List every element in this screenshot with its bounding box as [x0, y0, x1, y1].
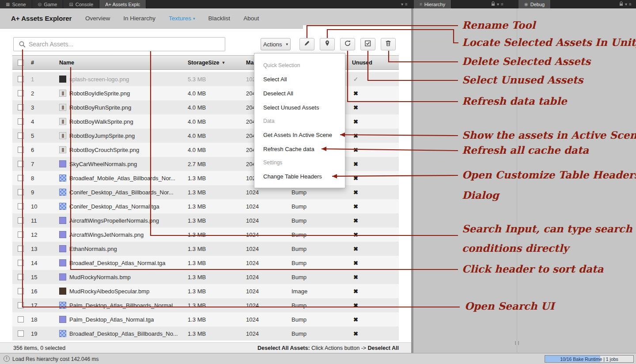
asset-name: Conifer_Desktop_Atlas_Billboards_Nor... — [69, 189, 174, 196]
nav-item-overview[interactable]: Overview — [85, 15, 110, 22]
tab-console[interactable]: ▤Console — [63, 0, 99, 8]
column-header-storagesize[interactable]: StorageSize▼ — [188, 56, 225, 69]
table-row[interactable]: 11AircraftWingsPropellerNormals.png1.3 M… — [12, 213, 399, 228]
checkbox-icon — [364, 40, 371, 49]
table-row[interactable]: 10Conifer_Desktop_Atlas_Normal.tga1.3 MB… — [12, 199, 399, 213]
menu-select-all[interactable]: Select All — [254, 72, 345, 86]
row-checkbox[interactable] — [18, 161, 24, 167]
row-checkbox[interactable] — [18, 76, 24, 82]
location-pin-icon — [324, 40, 331, 49]
menu-select-unused-assets[interactable]: Select Unused Assets — [254, 100, 345, 114]
row-checkbox[interactable] — [18, 133, 24, 139]
rename-tool-button[interactable] — [299, 38, 314, 50]
console-icon: ▤ — [69, 2, 73, 7]
row-checkbox[interactable] — [18, 316, 24, 322]
search-input[interactable] — [13, 37, 225, 51]
column-header-unused[interactable]: Unused — [352, 56, 372, 69]
chevron-down-icon: ▾ — [286, 42, 288, 46]
debug-panel-options-cluster[interactable]: ▾≡ — [619, 0, 632, 8]
table-row[interactable]: 12AircraftWingsJetNormals.png1.3 MB1024B… — [12, 228, 399, 242]
cell-name: Broadleaf_Desktop_Atlas_Billboards_No... — [59, 326, 185, 341]
row-checkbox[interactable] — [18, 203, 24, 209]
row-checkbox[interactable] — [18, 246, 24, 252]
table-row[interactable]: 18Palm_Desktop_Atlas_Normal.tga1.3 MB102… — [12, 312, 399, 326]
row-checkbox[interactable] — [18, 231, 24, 238]
cell-storagesize: 1.3 MB — [188, 242, 206, 256]
row-checkbox[interactable] — [18, 189, 24, 195]
hamburger-menu-icon: ≡ — [501, 2, 504, 7]
asset-name: RobotBoyJumpSprite.png — [69, 133, 135, 139]
refresh-table-button[interactable] — [340, 38, 355, 50]
asset-thumbnail — [59, 104, 66, 111]
cell-format: Bump — [292, 213, 307, 228]
table-row[interactable]: 16MudRockyAlbedoSpecular.bmp1.3 MB1024Im… — [12, 284, 399, 298]
select-all-checkbox[interactable] — [18, 60, 24, 66]
x-icon: ✖ — [353, 228, 358, 242]
cell-storagesize: 1.3 MB — [188, 256, 206, 270]
row-checkbox[interactable] — [18, 260, 24, 266]
cell-maxsize: 1024 — [246, 326, 259, 341]
table-row[interactable]: 19Broadleaf_Desktop_Atlas_Billboards_No.… — [12, 326, 399, 341]
column-header-num[interactable]: # — [31, 56, 34, 69]
tab-debug[interactable]: ◉Debug — [519, 0, 551, 8]
column-header-storagesize-label: StorageSize — [188, 60, 220, 66]
asset-thumbnail — [59, 160, 66, 167]
nav-item-blacklist[interactable]: Blacklist — [208, 15, 231, 22]
table-row[interactable]: 15MudRockyNormals.bmp1.3 MB1024Bump✖ — [12, 270, 399, 284]
cell-name: AircraftWingsPropellerNormals.png — [59, 213, 185, 228]
row-checkbox[interactable] — [18, 302, 24, 308]
row-checkbox[interactable] — [18, 118, 24, 125]
cell-name: EthanNormals.png — [59, 242, 185, 256]
x-icon: ✖ — [353, 129, 358, 143]
panel-divider[interactable] — [517, 8, 517, 353]
bake-progress[interactable]: 10/16 Bake Runtime | 1 jobs — [545, 355, 634, 363]
cell-format: Image — [292, 284, 307, 298]
row-checkbox[interactable] — [18, 288, 24, 294]
menu-refresh-cache-data[interactable]: Refresh Cache data — [254, 142, 345, 156]
tab-a-assets-explc[interactable]: A+ Assets Explc — [99, 0, 146, 8]
actions-button[interactable]: Actions ▾ — [261, 38, 291, 50]
sort-desc-icon: ▼ — [222, 61, 226, 65]
select-unused-button[interactable] — [360, 38, 375, 50]
column-header-maxsize[interactable]: Ma — [246, 56, 254, 69]
cell-num: 6 — [31, 143, 34, 157]
tab-hierarchy[interactable]: ≡Hierarchy — [414, 0, 451, 8]
locate-assets-button[interactable] — [320, 38, 335, 50]
nav-item-about[interactable]: About — [243, 15, 259, 22]
cell-storagesize: 1.3 MB — [188, 298, 206, 312]
row-checkbox[interactable] — [18, 175, 24, 181]
hierarchy-panel-options-cluster[interactable]: ▾≡ — [491, 0, 504, 8]
panel-resize-grip[interactable] — [515, 341, 519, 345]
row-checkbox[interactable] — [18, 90, 24, 96]
lock-icon — [619, 1, 623, 7]
delete-assets-button[interactable] — [381, 38, 396, 50]
x-icon: ✖ — [353, 256, 358, 270]
info-icon[interactable]: ! — [4, 356, 10, 362]
menu-change-table-headers[interactable]: Change Table Headers — [254, 169, 345, 183]
window-splitter[interactable] — [411, 8, 413, 353]
cell-num: 4 — [31, 114, 34, 129]
table-row[interactable]: 13EthanNormals.png1.3 MB1024Bump✖ — [12, 242, 399, 256]
search-icon[interactable] — [19, 41, 26, 48]
nav-item-in-hierarchy[interactable]: In Hierarchy — [123, 15, 155, 22]
table-row[interactable]: 14Broadleaf_Desktop_Atlas_Normal.tga1.3 … — [12, 256, 399, 270]
menu-get-assets-in-active-scene[interactable]: Get Assets In Active Scene — [254, 128, 345, 142]
row-checkbox[interactable] — [18, 104, 24, 110]
tab-game[interactable]: ◎Game — [32, 0, 64, 8]
menu-deselect-all[interactable]: Deselect All — [254, 86, 345, 100]
table-row[interactable]: 17Palm_Desktop_Atlas_Billboards_Normal..… — [12, 298, 399, 312]
nav-item-textures[interactable]: Textures▾ — [169, 15, 195, 22]
explorer-nav-tabs: OverviewIn HierarchyTextures▾BlacklistAb… — [85, 8, 259, 28]
cell-storagesize: 1.3 MB — [188, 199, 206, 213]
x-icon: ✖ — [353, 143, 358, 157]
panel-options-cluster[interactable]: ▾≡ — [401, 0, 408, 8]
row-checkbox[interactable] — [18, 147, 24, 153]
row-checkbox[interactable] — [18, 274, 24, 280]
nav-item-label: Overview — [85, 15, 110, 22]
column-header-name[interactable]: Name — [59, 56, 74, 69]
row-checkbox[interactable] — [18, 217, 24, 224]
hierarchy-icon: ≡ — [420, 2, 422, 7]
asset-thumbnail — [59, 316, 66, 323]
tab-scene[interactable]: ▦Scene — [0, 0, 32, 8]
row-checkbox[interactable] — [18, 330, 24, 337]
